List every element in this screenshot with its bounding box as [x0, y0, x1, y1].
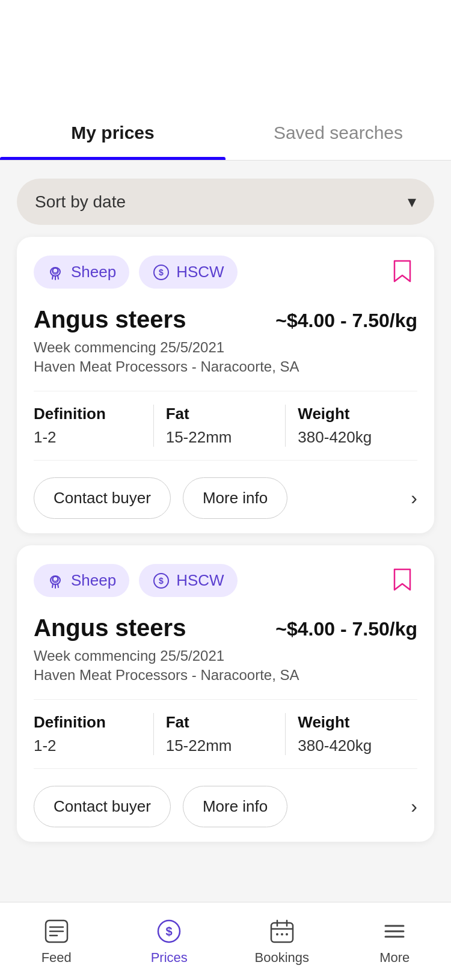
bookmark-button[interactable]: [387, 255, 417, 289]
hscw-tag: $ HSCW: [139, 564, 237, 597]
nav-item-feed[interactable]: Feed: [0, 902, 113, 980]
tags-row: Sheep $ HSCW: [34, 563, 417, 598]
spec-definition: Definition 1-2: [34, 405, 154, 447]
actions-row: Contact buyer More info ›: [34, 786, 417, 827]
feed-label: Feed: [41, 950, 72, 966]
card-week: Week commencing 25/5/2021: [34, 648, 417, 664]
feed-icon: [43, 917, 70, 945]
bookings-label: Bookings: [254, 950, 309, 966]
tags-row: Sheep $ HSCW: [34, 255, 417, 289]
actions-row: Contact buyer More info ›: [34, 477, 417, 519]
card-title-row: Angus steers ~$4.00 - 7.50/kg: [34, 614, 417, 642]
svg-line-20: [58, 584, 58, 587]
bookings-icon: [268, 917, 296, 945]
sort-label: Sort by date: [35, 192, 126, 212]
svg-line-18: [52, 584, 53, 587]
card-price: ~$4.00 - 7.50/kg: [275, 614, 417, 640]
sheep-tag: Sheep: [34, 564, 129, 597]
svg-point-34: [276, 933, 278, 936]
bookmark-button[interactable]: [387, 563, 417, 598]
more-icon: [381, 917, 408, 945]
card-week: Week commencing 25/5/2021: [34, 339, 417, 356]
chevron-down-icon: ▾: [408, 192, 416, 212]
listing-card: Sheep $ HSCW Angus steers ~$4.00 - 7.50/…: [17, 545, 434, 842]
contact-buyer-button[interactable]: Contact buyer: [34, 786, 171, 827]
spec-weight: Weight 380-420kg: [286, 405, 417, 447]
more-info-button[interactable]: More info: [183, 786, 287, 827]
tab-saved-searches[interactable]: Saved searches: [226, 102, 451, 160]
bottom-navigation: Feed $ Prices Bookings More: [0, 902, 451, 980]
sort-dropdown[interactable]: Sort by date ▾: [17, 179, 434, 225]
svg-text:$: $: [166, 925, 173, 938]
card-title: Angus steers: [34, 306, 186, 333]
spec-fat: Fat 15-22mm: [154, 713, 286, 755]
svg-text:$: $: [159, 576, 164, 586]
card-title-row: Angus steers ~$4.00 - 7.50/kg: [34, 306, 417, 333]
dollar-circle-icon: $: [152, 263, 170, 281]
card-title: Angus steers: [34, 614, 186, 642]
prices-label: Prices: [151, 950, 188, 966]
prices-icon: $: [155, 917, 183, 945]
dollar-circle-icon: $: [152, 572, 170, 590]
arrow-right-button[interactable]: ›: [411, 487, 417, 509]
sheep-tag: Sheep: [34, 256, 129, 289]
spec-fat: Fat 15-22mm: [154, 405, 286, 447]
specs-row: Definition 1-2 Fat 15-22mm Weight 380-42…: [34, 391, 417, 461]
bookmark-icon: [391, 259, 414, 284]
more-label: More: [379, 950, 410, 966]
nav-item-bookings[interactable]: Bookings: [226, 902, 339, 980]
tabs-bar: My prices Saved searches: [0, 102, 451, 161]
tab-my-prices[interactable]: My prices: [0, 102, 226, 160]
more-info-button[interactable]: More info: [183, 477, 287, 519]
chevron-right-icon: ›: [411, 487, 417, 509]
nav-item-prices[interactable]: $ Prices: [113, 902, 226, 980]
svg-line-10: [52, 275, 53, 279]
spec-weight: Weight 380-420kg: [286, 713, 417, 755]
card-processor: Haven Meat Processors - Naracoorte, SA: [34, 667, 417, 684]
svg-text:$: $: [159, 268, 164, 277]
hscw-tag: $ HSCW: [139, 256, 237, 289]
bookmark-icon: [391, 567, 414, 592]
svg-point-36: [286, 933, 288, 936]
card-price: ~$4.00 - 7.50/kg: [275, 306, 417, 332]
svg-point-35: [281, 933, 283, 936]
specs-row: Definition 1-2 Fat 15-22mm Weight 380-42…: [34, 699, 417, 769]
contact-buyer-button[interactable]: Contact buyer: [34, 477, 171, 519]
card-processor: Haven Meat Processors - Naracoorte, SA: [34, 358, 417, 375]
app-header: [0, 0, 451, 102]
spec-definition: Definition 1-2: [34, 713, 154, 755]
svg-rect-30: [271, 923, 293, 942]
arrow-right-button[interactable]: ›: [411, 795, 417, 818]
sheep-icon: [47, 263, 65, 281]
sheep-icon: [47, 572, 65, 590]
chevron-right-icon: ›: [411, 795, 417, 817]
svg-line-12: [58, 275, 58, 279]
listing-card: Sheep $ HSCW Angus steers ~$4.00 - 7.50/…: [17, 237, 434, 533]
nav-item-more[interactable]: More: [339, 902, 452, 980]
